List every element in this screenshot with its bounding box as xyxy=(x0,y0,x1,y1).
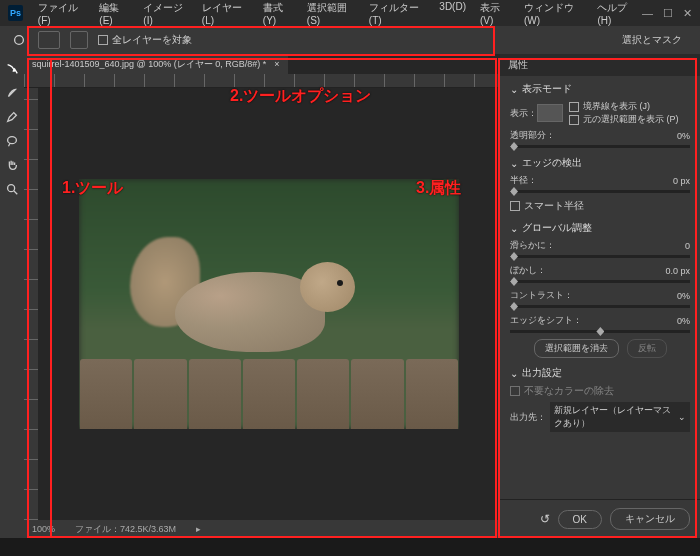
radius-label: 半径： xyxy=(510,174,537,187)
feather-label: ぼかし： xyxy=(510,264,546,277)
quick-select-tool[interactable] xyxy=(3,60,21,78)
contrast-label: コントラスト： xyxy=(510,289,573,302)
menu-filter[interactable]: フィルター(T) xyxy=(364,0,431,28)
file-info: ファイル：742.5K/3.63M xyxy=(75,523,176,536)
feather-value: 0.0 px xyxy=(665,266,690,276)
tool-options-bar: 全レイヤーを対象 選択とマスク xyxy=(0,26,700,54)
view-thumbnail[interactable] xyxy=(537,104,563,122)
tab-close-icon[interactable]: × xyxy=(274,59,279,69)
menu-help[interactable]: ヘルプ(H) xyxy=(592,0,642,28)
transparency-label: 透明部分： xyxy=(510,129,555,142)
shift-value: 0% xyxy=(677,316,690,326)
show-edge-checkbox[interactable]: 境界線を表示 (J) xyxy=(569,100,690,113)
smart-radius-checkbox[interactable]: スマート半径 xyxy=(510,199,690,213)
decontaminate-checkbox[interactable]: 不要なカラーの除去 xyxy=(510,384,690,398)
document-tab[interactable]: squirrel-1401509_640.jpg @ 100% (レイヤー 0,… xyxy=(24,54,288,74)
menubar: ファイル(F) 編集(E) イメージ(I) レイヤー(L) 書式(Y) 選択範囲… xyxy=(33,0,642,28)
svg-point-1 xyxy=(8,137,17,144)
checkbox-icon xyxy=(98,35,108,45)
reset-button[interactable]: ↺ xyxy=(540,512,550,526)
maximize-button[interactable]: ☐ xyxy=(663,7,673,20)
radius-value: 0 px xyxy=(673,176,690,186)
menu-layer[interactable]: レイヤー(L) xyxy=(197,0,254,28)
ruler-vertical xyxy=(24,88,38,520)
menu-edit[interactable]: 編集(E) xyxy=(94,0,134,28)
document-title: squirrel-1401509_640.jpg @ 100% (レイヤー 0,… xyxy=(32,58,266,71)
section-global[interactable]: グローバル調整 xyxy=(510,221,690,235)
refine-edge-brush-tool[interactable] xyxy=(3,84,21,102)
zoom-level[interactable]: 100% xyxy=(32,524,55,534)
canvas[interactable] xyxy=(24,88,500,520)
output-to-label: 出力先： xyxy=(510,411,546,424)
menu-window[interactable]: ウィンドウ(W) xyxy=(519,0,588,28)
menu-type[interactable]: 書式(Y) xyxy=(258,0,298,28)
chevron-down-icon: ⌄ xyxy=(678,412,686,422)
menu-image[interactable]: イメージ(I) xyxy=(138,0,193,28)
transparency-value: 0% xyxy=(677,131,690,141)
panel-tab-properties[interactable]: 属性 xyxy=(500,54,700,76)
tool-preset[interactable] xyxy=(10,31,28,49)
status-chevron-icon[interactable]: ▸ xyxy=(196,524,201,534)
feather-slider[interactable] xyxy=(510,280,690,283)
select-and-mask-button[interactable]: 選択とマスク xyxy=(614,31,690,49)
clear-selection-button[interactable]: 選択範囲を消去 xyxy=(534,339,619,358)
show-original-checkbox[interactable]: 元の選択範囲を表示 (P) xyxy=(569,113,690,126)
contrast-value: 0% xyxy=(677,291,690,301)
menu-select[interactable]: 選択範囲(S) xyxy=(302,0,360,28)
canvas-area: squirrel-1401509_640.jpg @ 100% (レイヤー 0,… xyxy=(24,54,500,538)
transparency-slider[interactable] xyxy=(510,145,690,148)
brush-preset[interactable] xyxy=(70,31,88,49)
status-bar: 100% ファイル：742.5K/3.63M ▸ xyxy=(24,520,500,538)
smooth-slider[interactable] xyxy=(510,255,690,258)
lasso-tool[interactable] xyxy=(3,132,21,150)
shift-label: エッジをシフト： xyxy=(510,314,582,327)
smooth-value: 0 xyxy=(685,241,690,251)
shift-slider[interactable] xyxy=(510,330,690,333)
hand-tool[interactable] xyxy=(3,156,21,174)
output-to-select[interactable]: 新規レイヤー（レイヤーマスクあり）⌄ xyxy=(550,402,690,432)
menu-file[interactable]: ファイル(F) xyxy=(33,0,91,28)
minimize-button[interactable]: — xyxy=(642,7,653,20)
svg-point-2 xyxy=(8,185,15,192)
radius-slider[interactable] xyxy=(510,190,690,193)
properties-panel: 属性 表示モード 表示： 境界線を表示 (J) 元の選択範囲を表示 (P) 透明… xyxy=(500,54,700,538)
menu-view[interactable]: 表示(V) xyxy=(475,0,515,28)
window-controls: — ☐ ✕ xyxy=(642,7,692,20)
titlebar: Ps ファイル(F) 編集(E) イメージ(I) レイヤー(L) 書式(Y) 選… xyxy=(0,0,700,26)
section-output[interactable]: 出力設定 xyxy=(510,366,690,380)
app-logo: Ps xyxy=(8,5,23,21)
contrast-slider[interactable] xyxy=(510,305,690,308)
brush-preview[interactable] xyxy=(38,31,60,49)
brush-tool[interactable] xyxy=(3,108,21,126)
sample-all-layers[interactable]: 全レイヤーを対象 xyxy=(98,33,192,47)
ok-button[interactable]: OK xyxy=(558,510,602,529)
zoom-tool[interactable] xyxy=(3,180,21,198)
section-edge-detect[interactable]: エッジの検出 xyxy=(510,156,690,170)
ruler-horizontal xyxy=(24,74,500,88)
sample-all-label: 全レイヤーを対象 xyxy=(112,33,192,47)
show-label: 表示： xyxy=(510,107,537,120)
cancel-button[interactable]: キャンセル xyxy=(610,508,690,530)
smooth-label: 滑らかに： xyxy=(510,239,555,252)
document-image xyxy=(79,179,459,429)
toolbar xyxy=(0,54,24,538)
invert-button[interactable]: 反転 xyxy=(627,339,667,358)
close-button[interactable]: ✕ xyxy=(683,7,692,20)
svg-point-0 xyxy=(15,36,24,45)
section-view-mode[interactable]: 表示モード xyxy=(510,82,690,96)
menu-3d[interactable]: 3D(D) xyxy=(434,0,471,28)
